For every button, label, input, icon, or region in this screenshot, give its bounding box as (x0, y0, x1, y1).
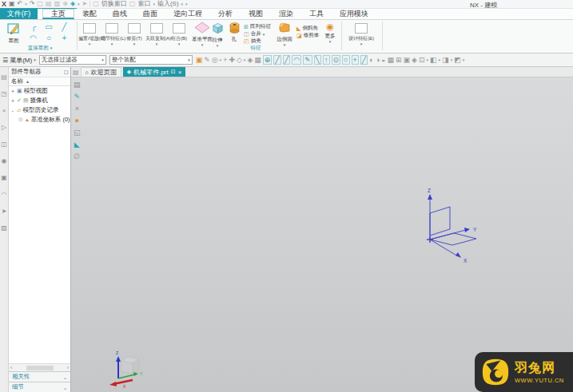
restore-window-icon[interactable]: ⊡ (171, 69, 176, 75)
snap-tangent-icon[interactable]: ╲ (314, 55, 321, 65)
graphics-window[interactable]: ▤✎×●◱◣∅ Z Y X (71, 77, 573, 392)
reuse-library-icon[interactable]: ▷ (2, 124, 6, 131)
pattern-feature-button[interactable]: ⊞ 阵列特征 (244, 23, 271, 30)
rotate-view-icon[interactable]: ◈ (412, 56, 417, 64)
undo-icon[interactable]: ↶ (18, 0, 23, 8)
snap-grid-icon[interactable]: ◒ (381, 56, 385, 64)
delete-icon[interactable]: × (74, 105, 81, 113)
unpin-icon[interactable]: □ (64, 69, 68, 76)
tab-home[interactable]: 主页 (42, 9, 74, 19)
window-grid-icon[interactable]: ▦ (254, 56, 261, 64)
assembly-navigator-icon[interactable]: ▤ (1, 73, 7, 81)
fit-view-icon[interactable]: ▦ (388, 56, 395, 64)
snap-quadrant-icon[interactable]: ○ (342, 55, 349, 65)
part-navigator-icon[interactable]: × (2, 107, 6, 114)
studio-spline-icon[interactable]: ✎ (74, 93, 81, 101)
chevron-down-icon[interactable]: ▾ (153, 0, 155, 8)
datum-csys-wireframe[interactable]: Z Y X (410, 188, 482, 267)
snap-endpoint-icon[interactable]: ╱ (273, 55, 281, 65)
tree-item-model-views[interactable]: + ▣ 模型视图 (9, 86, 70, 96)
section-dependencies[interactable]: 相关性 ⌄ (9, 371, 70, 382)
trim-gallery[interactable]: 修剪(T) ▾ (123, 22, 145, 46)
snap-arc-icon[interactable]: ◠ (292, 55, 301, 65)
tab-tools[interactable]: 工具 (301, 9, 332, 19)
redo-icon[interactable]: ↷ (30, 0, 35, 8)
document-icon[interactable]: ▤ (73, 69, 79, 76)
repeat-command-icon[interactable]: ⊕ (62, 0, 68, 8)
hd3d-tools-icon[interactable]: ◫ (1, 141, 7, 148)
caret-icon[interactable]: ▾ (463, 57, 465, 62)
combine-gallery[interactable]: 组合(B) ▾ (168, 22, 190, 46)
caret-icon[interactable]: ▾ (78, 0, 80, 8)
save-icon[interactable]: ▣ (9, 0, 15, 8)
name-column-header[interactable]: 名称 ▲ (9, 77, 70, 86)
check-icon[interactable]: ✓ (17, 97, 22, 104)
window-menu-button[interactable]: 窗口 (137, 0, 150, 8)
scroll-left-arrow[interactable]: ‹ (10, 365, 12, 370)
constraint-navigator-icon[interactable]: ◳ (1, 90, 7, 97)
customize-caret-icon[interactable]: ▾ (185, 0, 188, 8)
edges-display-icon[interactable]: ◩ (454, 56, 461, 64)
zoom-box-icon[interactable]: ⊞ (396, 56, 402, 64)
sketch-in-task-icon[interactable]: ▤ (74, 81, 81, 89)
rectangle-icon[interactable]: ▭ (41, 22, 56, 32)
more-button[interactable]: ◉ 更多 ▾ (322, 22, 338, 43)
snap-arc-center-icon[interactable]: ⊙ (332, 55, 341, 65)
scrollbar-thumb[interactable] (26, 366, 54, 370)
chamfer-button[interactable]: ◣ 倒斜角 (296, 25, 319, 32)
close-tab-icon[interactable]: × (178, 69, 182, 76)
offset-scale-gallery[interactable]: 偏置/缩放(O) ▾ (78, 22, 101, 46)
expand-icon[interactable]: + (10, 98, 15, 104)
roles-icon[interactable]: ➤ (2, 208, 7, 215)
tab-surface[interactable]: 曲面 (135, 9, 165, 19)
background-icon[interactable]: ◨ (442, 56, 449, 64)
snap-pole-icon[interactable]: ✎ (303, 55, 312, 65)
process-studio-icon[interactable]: ◠ (2, 191, 7, 198)
tab-analysis[interactable]: 分析 (210, 9, 241, 19)
history-icon[interactable]: ▣ (1, 174, 7, 181)
render-style-icon[interactable]: ◧ (430, 56, 437, 64)
hide-icon[interactable]: ∅ (74, 152, 81, 160)
menu-button[interactable]: ☰ 菜单(M) ▾ (2, 56, 36, 65)
arc-icon[interactable]: ◠ (26, 34, 41, 43)
add-component-icon[interactable]: + (223, 56, 227, 64)
tab-render[interactable]: 渲染 (271, 9, 301, 19)
bolt-feature-icon[interactable]: ● (74, 117, 81, 125)
show-ghost-icon[interactable]: ◈ (247, 56, 253, 64)
tree-item-cameras[interactable]: + ✓ ▤ 摄像机 (9, 96, 70, 105)
caret-icon[interactable]: ▾ (244, 57, 246, 62)
shell-button[interactable]: ◰ 抽壳 (244, 38, 271, 45)
circle-icon[interactable]: ○ (41, 34, 56, 43)
tab-welcome-page[interactable]: ⌂ 欢迎页面 (81, 67, 121, 77)
cut-icon[interactable]: ▢ (38, 0, 44, 8)
tab-part-file[interactable]: ◈ 机械零件.prt ⊡ × (123, 67, 186, 77)
magnifier-icon[interactable]: ◎ (212, 56, 218, 64)
tab-curve[interactable]: 曲线 (105, 9, 135, 19)
visibility-icon[interactable]: ⊙ (18, 117, 23, 123)
tree-item-datum-csys[interactable]: ⊙ ▲ 基准坐标系 (0) (9, 115, 70, 125)
caret-icon[interactable]: ▾ (25, 0, 27, 8)
scroll-right-arrow[interactable]: › (67, 365, 69, 370)
tree-item-model-history[interactable]: - ▱ 模型历史记录 (9, 105, 70, 115)
snap-point-on-curve-icon[interactable]: ╱ (360, 55, 368, 65)
horizontal-scrollbar[interactable]: ‹ › (9, 363, 70, 371)
design-feature-gallery[interactable]: 设计特征(E) ▾ (344, 22, 379, 46)
sketch-button[interactable]: 草图 (2, 22, 25, 45)
caret-icon[interactable]: ▾ (427, 57, 429, 62)
web-browser-icon[interactable]: ◉ (2, 157, 7, 164)
surface-patch-icon[interactable]: ◣ (74, 141, 81, 148)
send-icon[interactable]: ➤ (82, 0, 88, 8)
tab-reverse-engineering[interactable]: 逆向工程 (165, 9, 210, 19)
chevron-down-icon[interactable]: ▾ (181, 0, 184, 8)
caret-icon[interactable]: ▾ (220, 57, 222, 62)
profile-icon[interactable]: ╭ (26, 22, 41, 32)
caret-icon[interactable]: ▾ (439, 57, 441, 62)
unite-button[interactable]: ◫ 合并 ▾ (244, 30, 271, 38)
snap-intersection-icon[interactable]: ↑ (323, 55, 330, 65)
copy-icon[interactable]: ▤ (46, 0, 52, 8)
snap-existing-point-icon[interactable]: + (352, 55, 359, 65)
snap-midpoint-icon[interactable]: ╱ (283, 55, 290, 65)
expand-icon[interactable]: + (10, 89, 15, 94)
collapse-icon[interactable]: - (10, 108, 15, 113)
pattern-component-icon[interactable]: ✚ (229, 56, 235, 64)
